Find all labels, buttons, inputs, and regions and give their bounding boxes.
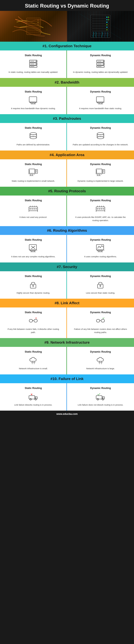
svg-point-65	[97, 136, 104, 139]
svg-point-91	[32, 208, 33, 209]
svg-point-92	[34, 208, 35, 209]
section-header-6: #6. Routing Algorithms	[0, 226, 134, 235]
static-col-2: Static Routing It requires less bandwidt…	[0, 87, 67, 114]
static-icon-7	[28, 280, 39, 290]
svg-rect-13	[92, 16, 109, 18]
static-title-8: Static Routing	[25, 311, 42, 314]
dynamic-title-9: Dynamic Routing	[90, 350, 111, 353]
dynamic-icon-9	[95, 355, 106, 365]
static-col-4: Static Routing	[0, 159, 67, 187]
static-text-5: It does not used any protocol.	[20, 216, 47, 219]
dynamic-col-8: Dynamic Routing Failure of any link betw…	[67, 308, 134, 338]
section-4: #4. Application Area Static Routing	[0, 150, 134, 187]
static-icon-5	[28, 204, 39, 214]
dynamic-title-5: Dynamic Routing	[90, 199, 111, 202]
footer: www.educba.com	[0, 410, 134, 418]
svg-rect-120	[98, 250, 102, 251]
dynamic-title-7: Dynamic Routing	[90, 275, 111, 278]
static-col-5: Static Routing	[0, 196, 67, 226]
comparison-row-8: Static Routing If any link between route…	[0, 308, 134, 338]
dynamic-text-3: Paths are updated according to the chang…	[73, 143, 128, 146]
dynamic-icon-8	[95, 316, 106, 326]
svg-rect-132	[34, 319, 37, 322]
svg-rect-16	[92, 24, 109, 26]
dynamic-text-4: Dynamic routing is implemented in large …	[78, 180, 123, 183]
static-text-4: Static routing is implemented in small n…	[12, 180, 55, 183]
static-text-9: Network infrastructure is small.	[19, 367, 48, 370]
dynamic-icon-7	[95, 280, 106, 290]
svg-point-22	[108, 17, 109, 18]
svg-point-25	[106, 22, 107, 23]
static-text-6: It does not use any complex routing algo…	[11, 255, 55, 258]
static-icon-10	[28, 392, 39, 402]
section-1: #1. Configuration Technique Static Routi…	[0, 42, 134, 78]
divider-7	[66, 271, 67, 299]
section-header-9: #9. Network Infrastructure	[0, 338, 134, 347]
divider-9	[66, 347, 67, 374]
divider-8	[66, 308, 67, 338]
svg-rect-51	[96, 97, 104, 102]
hero-image-left	[0, 11, 67, 42]
svg-point-60	[30, 136, 37, 139]
svg-point-126	[33, 285, 34, 286]
divider-3	[66, 123, 67, 150]
section-5: #5. Routing Protocols Static Routing	[0, 187, 134, 226]
svg-point-161	[97, 398, 99, 400]
svg-point-28	[106, 29, 107, 30]
svg-point-9	[38, 24, 38, 25]
divider-4	[66, 159, 67, 187]
static-col-10: Static Routing Link fa	[0, 383, 67, 411]
section-title-10: #10. Failure of Link	[3, 377, 131, 381]
svg-point-24	[108, 19, 109, 20]
svg-rect-2	[28, 22, 39, 23]
svg-rect-112	[30, 250, 35, 251]
dynamic-title-6: Dynamic Routing	[90, 238, 111, 241]
section-title-4: #4. Application Area	[3, 153, 131, 157]
section-title-2: #2. Bandwidth	[3, 80, 131, 84]
section-7: #7. Security Static Routing Highly secur…	[0, 262, 134, 299]
static-text-7: Highly secure than dynamic routing.	[17, 292, 50, 294]
svg-point-7	[38, 20, 38, 20]
static-col-8: Static Routing If any link between route…	[0, 308, 67, 338]
svg-rect-100	[96, 207, 105, 211]
static-title-1: Static Routing	[25, 54, 42, 57]
static-icon-8	[28, 316, 39, 326]
dynamic-col-3: Dynamic Routing Paths are updated accord…	[67, 123, 134, 150]
static-col-3: Static Routing Paths are defined by admi…	[0, 123, 67, 150]
static-title-6: Static Routing	[25, 238, 42, 241]
section-title-8: #8. Link Affect	[3, 301, 131, 305]
dynamic-icon-2	[95, 95, 106, 105]
static-title-7: Static Routing	[25, 275, 42, 278]
svg-point-90	[30, 208, 31, 209]
dynamic-col-7: Dynamic Routing Less secure than static …	[67, 271, 134, 299]
svg-line-11	[88, 14, 121, 30]
dynamic-title-10: Dynamic Routing	[90, 387, 111, 390]
header: Static Routing vs Dynamic Routing	[0, 0, 134, 11]
main-container: Static Routing vs Dynamic Routing	[0, 0, 134, 418]
static-title-9: Static Routing	[25, 350, 42, 353]
section-title-3: #3. Paths/routes	[3, 116, 131, 121]
dynamic-text-9: Network infrastructure is large.	[86, 367, 115, 370]
comparison-row-7: Static Routing Highly secure than dynami…	[0, 271, 134, 299]
svg-rect-12	[91, 15, 110, 38]
static-icon-4	[28, 168, 39, 178]
static-icon-3	[28, 131, 39, 141]
dynamic-text-6: It uses complex routing algorithms.	[84, 255, 117, 258]
dynamic-col-4: Dynamic Routing	[67, 159, 134, 187]
svg-rect-18	[92, 29, 109, 31]
dynamic-title-1: Dynamic Routing	[90, 54, 111, 57]
svg-point-27	[106, 27, 107, 28]
svg-rect-6	[28, 30, 39, 32]
dynamic-text-2: It requires more bandwidth than static r…	[79, 107, 122, 110]
static-icon-2	[28, 95, 39, 105]
svg-rect-131	[29, 319, 33, 322]
section-3: #3. Paths/routes Static Routing Paths ar	[0, 114, 134, 150]
svg-point-103	[101, 208, 102, 209]
svg-point-154	[35, 398, 36, 400]
section-header-10: #10. Failure of Link	[0, 374, 134, 383]
dynamic-col-10: Dynamic Routing Link failure does not di…	[67, 383, 134, 411]
dynamic-text-7: Less secure than static routing.	[86, 292, 115, 294]
svg-point-101	[97, 208, 98, 209]
comparison-row-4: Static Routing	[0, 159, 134, 187]
dynamic-col-5: Dynamic Routing	[67, 196, 134, 226]
